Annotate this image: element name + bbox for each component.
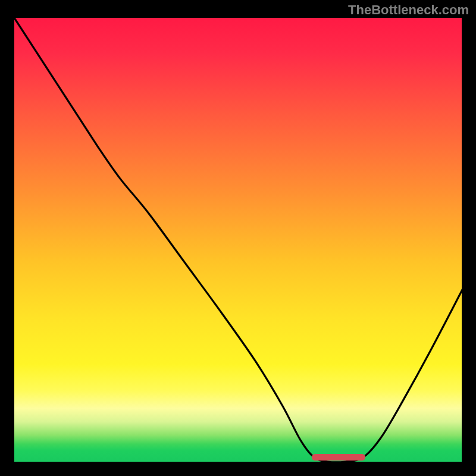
chart-canvas: TheBottleneck.com xyxy=(0,0,476,476)
attribution-text: TheBottleneck.com xyxy=(348,2,469,18)
optimum-marker xyxy=(312,454,365,461)
bottleneck-curve xyxy=(14,18,462,462)
plot-area xyxy=(14,18,462,462)
